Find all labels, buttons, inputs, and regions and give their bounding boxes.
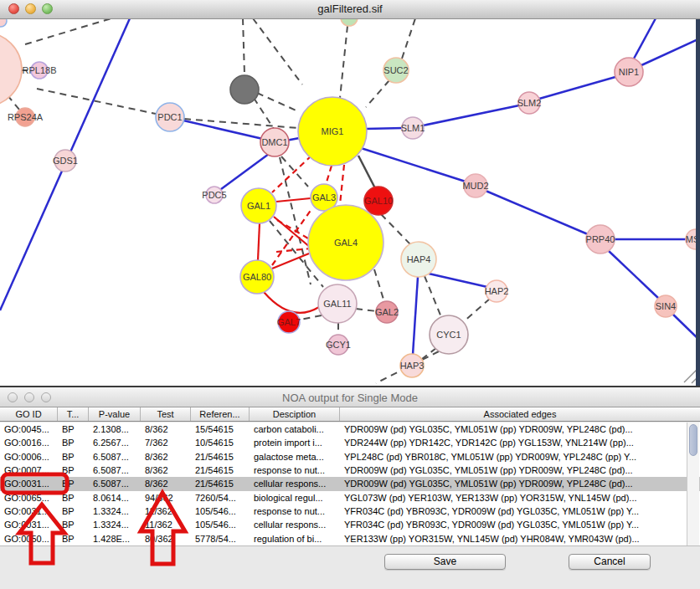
network-edge-dashed[interactable]	[301, 315, 322, 320]
table-cell: GO:0065...	[0, 491, 58, 504]
table-header[interactable]: GO IDT...P-valueTestReferen...Desciption…	[0, 407, 700, 422]
table-cell: GO:0016...	[0, 436, 58, 449]
column-header[interactable]: Test	[141, 407, 191, 421]
table-row[interactable]: GO:0031...BP1.3324...11/362105/546...res…	[0, 504, 700, 518]
column-header[interactable]: GO ID	[0, 407, 58, 421]
table-cell: 11/362	[141, 504, 191, 518]
network-edge-pp[interactable]	[218, 154, 269, 192]
table-row[interactable]: GO:0006...BP6.5087...8/36221/54615galact…	[0, 450, 700, 464]
network-edge-red-dashed[interactable]	[272, 156, 311, 192]
table-cell: 5778/54...	[191, 532, 250, 545]
column-header[interactable]: T...	[58, 407, 89, 421]
table-row[interactable]: GO:0031...BP6.5087...8/36221/54615cellul…	[0, 477, 700, 490]
network-node-label: GAL3	[312, 192, 336, 202]
table-cell: GO:0045...	[0, 423, 58, 436]
column-header[interactable]: P-value	[89, 407, 141, 421]
table-cell: 21/54615	[191, 477, 250, 490]
network-edge-pp[interactable]	[486, 191, 588, 234]
table-row[interactable]: GO:0031...BP1.3324...11/362105/546...cel…	[0, 518, 700, 531]
network-node-label: MIG1	[322, 126, 344, 136]
network-edge-dashed[interactable]	[366, 80, 389, 107]
network-node-label: GAL7	[277, 317, 301, 327]
network-edge-pp[interactable]	[539, 77, 615, 99]
table-row[interactable]: GO:0065...BP8.0614...94/3627260/54...bio…	[0, 491, 700, 504]
scrollbar-thumb[interactable]	[689, 424, 697, 456]
network-canvas[interactable]: RPL18BRPS24AGDS1PDC1DMC1MIG1SUC2SLM1SLM2…	[0, 0, 700, 386]
network-edge-pp[interactable]	[609, 251, 659, 299]
table-cell: 7/362	[141, 436, 191, 449]
table-cell: 11/362	[141, 518, 191, 531]
network-edge-dashed[interactable]	[381, 214, 411, 245]
column-header[interactable]: Desciption	[250, 407, 340, 421]
table-cell: 8.0614...	[89, 491, 141, 504]
network-edge-pp[interactable]	[423, 105, 519, 125]
network-edge-pp[interactable]	[641, 38, 700, 65]
table-row[interactable]: GO:0016...BP6.2567...7/36210/54615protei…	[0, 436, 700, 449]
column-header[interactable]: Associated edges	[340, 407, 700, 421]
network-node-label: HAP2	[485, 286, 509, 296]
network-edge-pp[interactable]	[365, 128, 404, 129]
network-edge-red-dashed[interactable]	[340, 165, 344, 204]
table-cell: BP	[58, 504, 89, 518]
table-cell: 1.3324...	[89, 518, 141, 531]
table-cell: 6.5087...	[89, 450, 141, 464]
table-cell: 80/362	[141, 532, 191, 545]
window-titlebar: galFiltered.sif	[0, 0, 700, 19]
network-edge-dashed[interactable]	[340, 26, 347, 98]
network-edge-dashed[interactable]	[402, 18, 415, 59]
table-cell: BP	[58, 436, 89, 449]
network-node-label: RPL18B	[23, 65, 57, 75]
table-cell: BP	[58, 477, 89, 490]
table-cell: GO:0050...	[0, 532, 58, 545]
network-node[interactable]	[0, 33, 22, 106]
table-cell: BP	[58, 450, 89, 464]
table-cell: 1.3324...	[89, 504, 141, 518]
table-cell: cellular respons...	[250, 477, 340, 490]
network-edge-red-curve[interactable]	[264, 292, 319, 313]
network-edge-dashed[interactable]	[243, 18, 244, 74]
network-edge-dashed[interactable]	[374, 269, 384, 302]
network-edge-dashed[interactable]	[425, 276, 441, 317]
network-edge-dashed[interactable]	[280, 157, 311, 284]
desktop-edge	[696, 18, 700, 386]
table-cell: response to nut...	[250, 504, 340, 518]
table-row[interactable]: GO:0007...BP6.5087...8/36221/54615respon…	[0, 464, 700, 477]
network-edge-pp[interactable]	[413, 277, 418, 355]
network-edge-red[interactable]	[258, 223, 260, 260]
network-edge-dashed[interactable]	[25, 18, 111, 44]
table-cell: 21/54615	[191, 450, 250, 464]
network-node-label: PRP40	[586, 234, 615, 244]
table-cell: YDR244W (pp) YDR142C, YDR142C (pp) YGL15…	[340, 436, 700, 449]
panel-titlebar: NOA output for Single Mode	[0, 386, 700, 407]
network-edge-pp[interactable]	[429, 274, 487, 287]
network-node-label: MUD2	[462, 181, 488, 191]
table-row[interactable]: GO:0045...BP2.1308...8/36215/54615carbon…	[0, 423, 700, 436]
network-edge-pp[interactable]	[358, 147, 466, 182]
vertical-scrollbar[interactable]	[687, 423, 699, 545]
table-cell: 8/362	[141, 450, 191, 464]
table-cell: YGL073W (pd) YER103W, YER133W (pp) YOR31…	[340, 491, 700, 504]
table-cell: GO:0031...	[0, 504, 58, 518]
network-edge-dashed[interactable]	[257, 93, 300, 112]
network-edge-red[interactable]	[276, 198, 311, 202]
network-edge-red-dashed[interactable]	[326, 166, 332, 185]
network-node-label: GCY1	[326, 340, 351, 350]
network-edge-dashed[interactable]	[356, 309, 377, 311]
column-header[interactable]: Referen...	[191, 407, 250, 421]
network-edge-dashed[interactable]	[463, 299, 490, 322]
network-node-label: SLM2	[517, 98, 542, 108]
network-node-label: GAL10	[364, 196, 393, 206]
cancel-button[interactable]: Cancel	[569, 554, 651, 570]
table-cell: 2.1308...	[89, 423, 141, 436]
table-cell: GO:0031...	[0, 477, 58, 490]
network-edge-dashed[interactable]	[184, 119, 298, 128]
table-cell: YDR009W (pd) YGL035C, YML051W (pp) YDR00…	[340, 423, 700, 436]
network-edge-pp[interactable]	[634, 18, 656, 59]
network-edge-solid[interactable]	[358, 156, 375, 188]
network-node[interactable]	[230, 75, 259, 104]
table-cell: carbon cataboli...	[250, 423, 340, 436]
table-cell: 8/362	[141, 423, 191, 436]
save-button[interactable]: Save	[384, 554, 506, 570]
table-row[interactable]: GO:0050...BP1.428E...80/3625778/54...reg…	[0, 532, 700, 545]
network-edge-dashed[interactable]	[253, 18, 302, 85]
